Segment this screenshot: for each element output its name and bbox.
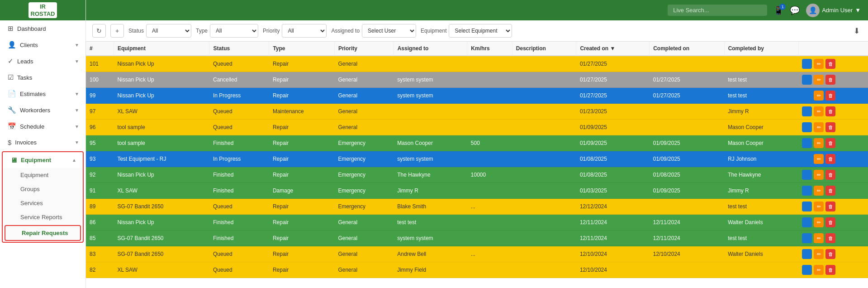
edit-button[interactable]: ✏ — [814, 265, 824, 275]
equipment-filter-label: Equipment — [421, 28, 446, 34]
edit-button[interactable]: ✏ — [814, 249, 824, 259]
sidebar-item-estimates[interactable]: 📄 Estimates ▼ — [0, 86, 85, 102]
sidebar: IRROSTAD ⊞ Dashboard 👤 Clients ▼ ✓ Leads… — [0, 0, 86, 288]
sidebar-item-dashboard[interactable]: ⊞ Dashboard — [0, 20, 85, 37]
sidebar-sub-item-equipment[interactable]: Equipment — [3, 168, 83, 182]
edit-button[interactable]: ✏ — [814, 186, 824, 196]
status-label: Status — [128, 28, 144, 34]
delete-button[interactable]: 🗑 — [825, 154, 835, 164]
delete-button[interactable]: 🗑 — [825, 233, 835, 243]
equipment-select[interactable]: Select Equipment — [449, 24, 512, 38]
toolbar: ↻ + Status All Queued In Progress Finish… — [86, 20, 868, 42]
delete-button[interactable]: 🗑 — [825, 170, 835, 180]
delete-button[interactable]: 🗑 — [825, 265, 835, 275]
col-completed-by: Completed by — [724, 42, 798, 56]
edit-button[interactable]: ✏ — [814, 170, 824, 180]
clients-icon: 👤 — [8, 41, 16, 49]
sidebar-item-tasks[interactable]: ☑ Tasks — [0, 69, 85, 86]
view-button[interactable]: 👤 — [802, 91, 812, 101]
edit-button[interactable]: ✏ — [814, 233, 824, 243]
refresh-button[interactable]: ↻ — [92, 24, 106, 38]
sidebar-item-equipment[interactable]: 🖥 Equipment ▲ — [3, 152, 83, 168]
sidebar-item-label: Clients — [20, 42, 38, 48]
sidebar-item-clients[interactable]: 👤 Clients ▼ — [0, 37, 85, 53]
col-kmhrs: Km/hrs — [467, 42, 512, 56]
type-label: Type — [196, 28, 208, 34]
col-type: Type — [269, 42, 334, 56]
notification-icon[interactable]: 📱 1 — [773, 5, 783, 15]
type-select[interactable]: All Repair Maintenance Damage — [210, 24, 258, 38]
edit-button[interactable]: ✏ — [814, 217, 824, 227]
delete-button[interactable]: 🗑 — [825, 249, 835, 259]
delete-button[interactable]: 🗑 — [825, 75, 835, 85]
delete-button[interactable]: 🗑 — [825, 106, 835, 116]
status-select[interactable]: All Queued In Progress Finished Cancelle… — [146, 24, 191, 38]
chevron-down-icon: ▼ — [75, 140, 79, 145]
col-assigned: Assigned to — [394, 42, 467, 56]
avatar: 👤 — [806, 4, 820, 17]
sidebar-item-label: Estimates — [20, 91, 46, 97]
equipment-icon: 🖥 — [10, 156, 17, 164]
sidebar-sub-label: Services — [20, 200, 43, 206]
view-button[interactable]: 👤 — [802, 202, 812, 211]
view-button[interactable]: 👤 — [802, 75, 812, 85]
delete-button[interactable]: 🗑 — [825, 186, 835, 196]
edit-button[interactable]: ✏ — [814, 154, 824, 164]
assigned-label: Assigned to — [331, 28, 360, 34]
delete-button[interactable]: 🗑 — [825, 122, 835, 132]
view-button[interactable]: 👤 — [802, 170, 812, 180]
delete-button[interactable]: 🗑 — [825, 91, 835, 101]
sidebar-item-leads[interactable]: ✓ Leads ▼ — [0, 53, 85, 69]
table-row: 91XL SAWFinishedDamageEmergencyJimmy R01… — [86, 183, 868, 199]
download-button[interactable]: ⬇ — [852, 24, 862, 38]
chevron-down-icon: ▼ — [75, 59, 79, 64]
edit-button[interactable]: ✏ — [814, 91, 824, 101]
sidebar-sub-item-groups[interactable]: Groups — [3, 182, 83, 196]
sidebar-item-invoices[interactable]: $ Invoices ▼ — [0, 134, 85, 150]
invoices-icon: $ — [8, 139, 11, 146]
view-button[interactable]: 👤 — [802, 138, 812, 148]
priority-filter: Priority All General Emergency — [263, 24, 327, 38]
sidebar-item-schedule[interactable]: 📅 Schedule ▼ — [0, 118, 85, 134]
user-menu[interactable]: 👤 Admin User ▼ — [806, 4, 861, 17]
view-button[interactable]: 👤 — [802, 106, 812, 116]
edit-button[interactable]: ✏ — [814, 75, 824, 85]
view-button[interactable]: 👤 — [802, 59, 812, 69]
assigned-select[interactable]: Select User — [362, 24, 416, 38]
chevron-down-icon: ▼ — [75, 43, 79, 48]
schedule-icon: 📅 — [8, 122, 16, 130]
edit-button[interactable]: ✏ — [814, 106, 824, 116]
delete-button[interactable]: 🗑 — [825, 59, 835, 69]
edit-button[interactable]: ✏ — [814, 122, 824, 132]
sidebar-sub-item-repair-requests[interactable]: Repair Requests — [5, 226, 80, 240]
view-button[interactable]: 👤 — [802, 265, 812, 275]
view-button[interactable]: 👤 — [802, 233, 812, 243]
edit-button[interactable]: ✏ — [814, 202, 824, 211]
message-icon[interactable]: 💬 — [790, 5, 800, 15]
delete-button[interactable]: 🗑 — [825, 217, 835, 227]
edit-button[interactable]: ✏ — [814, 59, 824, 69]
chevron-down-icon: ▼ — [75, 108, 79, 113]
search-input[interactable] — [668, 5, 767, 16]
sidebar-item-label: Dashboard — [17, 25, 46, 32]
tasks-icon: ☑ — [8, 73, 14, 82]
table-row: 92Nissan Pick UpFinishedRepairEmergencyT… — [86, 167, 868, 183]
view-button[interactable]: 👤 — [802, 249, 812, 259]
chevron-up-icon: ▲ — [72, 158, 76, 163]
table-row: 100Nissan Pick UpCancelledRepairGenerals… — [86, 72, 868, 88]
view-button[interactable]: 👤 — [802, 154, 812, 164]
add-button[interactable]: + — [110, 24, 124, 38]
sidebar-sub-item-services[interactable]: Services — [3, 196, 83, 210]
view-button[interactable]: 👤 — [802, 217, 812, 227]
view-button[interactable]: 👤 — [802, 186, 812, 196]
sidebar-item-workorders[interactable]: 🔧 Workorders ▼ — [0, 102, 85, 118]
sidebar-sub-item-service-reports[interactable]: Service Reports — [3, 210, 83, 224]
priority-select[interactable]: All General Emergency — [282, 24, 327, 38]
table-row: 97XL SAWQueuedMaintenanceGeneral01/23/20… — [86, 104, 868, 120]
logo-box: IRROSTAD — [28, 2, 57, 18]
delete-button[interactable]: 🗑 — [825, 138, 835, 148]
edit-button[interactable]: ✏ — [814, 138, 824, 148]
view-button[interactable]: 👤 — [802, 122, 812, 132]
priority-label: Priority — [263, 28, 280, 34]
delete-button[interactable]: 🗑 — [825, 202, 835, 211]
